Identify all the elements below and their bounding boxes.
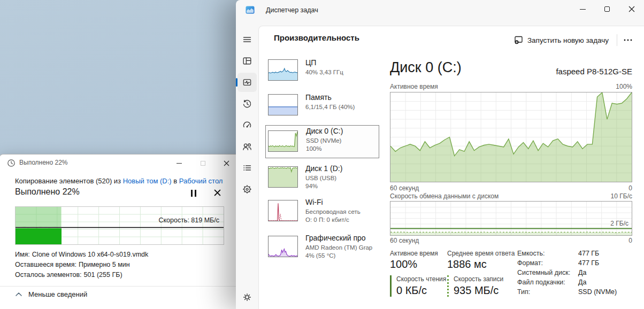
rail-item-startup-apps[interactable]	[237, 115, 257, 135]
file-name-label: Имя:	[15, 251, 30, 258]
close-icon	[214, 189, 221, 196]
dialog-titlebar[interactable]: Выполнено 22%	[0, 154, 240, 171]
chart1-x-axis: 60 секунд 0	[390, 184, 632, 192]
copy-description-middle: в	[172, 177, 179, 185]
speed-label: Скорость: 819 МБ/с	[158, 217, 219, 224]
perf-item-memory[interactable]: Память 6,1/15,4 ГБ (40%)	[265, 94, 379, 118]
startup-apps-icon	[242, 120, 252, 130]
read-speed-value: 0 КБ/с	[396, 284, 446, 297]
perf-item-sub2: 4% (55 °C)	[305, 252, 335, 259]
window-title: Диспетчер задач	[266, 6, 318, 14]
cpu-mini-chart	[268, 59, 298, 81]
device-name: faspeed P8-512G-SE	[556, 67, 632, 76]
perf-item-gpu[interactable]: Графический про AMD Radeon (TM) Grap 4% …	[265, 234, 379, 263]
perf-item-sub: 6,1/15,4 ГБ (40%)	[305, 104, 355, 110]
close-button[interactable]	[619, 0, 644, 18]
read-speed-stat: Скорость чтения 0 КБ/с	[390, 275, 446, 297]
transfer-rate-chart: 2 ГБ/с	[390, 201, 632, 236]
copy-description-prefix: Копирование элементов (520) из	[15, 177, 123, 185]
panel-title: Диск 0 (C:)	[390, 59, 462, 76]
disk1-mini-chart	[268, 166, 298, 188]
chart2-max-label: 10 ГБ/с	[611, 192, 632, 200]
disk-detail-panel: Диск 0 (C:) faspeed P8-512G-SE Активное …	[390, 26, 632, 309]
chart2-x-axis: 60 секунд 0	[390, 237, 632, 244]
less-details-label: Меньше сведений	[28, 290, 87, 298]
write-speed-stat: Скорость записи 935 МБ/с	[447, 275, 503, 297]
x-axis-left: 60 секунд	[390, 237, 419, 244]
destination-link[interactable]: Рабочий стол	[179, 177, 223, 185]
content-card: Производительность Запустить новую задач…	[258, 26, 644, 309]
perf-item-disk0-selected[interactable]: Диск 0 (C:) SSD (NVMe) 100%	[265, 125, 379, 158]
progress-completed-fill	[16, 228, 62, 245]
perf-item-wifi[interactable]: Wi-Fi Беспроводная сеть О: 0 П: 0 кбит/с	[265, 198, 379, 227]
wifi-mini-chart	[268, 200, 298, 221]
details-icon	[242, 163, 252, 173]
rail-item-performance[interactable]	[237, 73, 257, 92]
detail-value: 477 ГБ	[578, 250, 599, 257]
items-left-value: 501 (255 ГБ)	[84, 271, 122, 279]
screen: Выполнено 22% Копирование элементов (520…	[0, 0, 644, 309]
rail-item-app-history[interactable]	[237, 94, 257, 113]
pause-icon	[195, 190, 196, 197]
response-time-stat-label: Среднее время ответа	[447, 250, 515, 257]
detail-value: SSD (NVMe)	[578, 288, 617, 296]
detail-label: Формат:	[517, 259, 543, 267]
pause-button[interactable]	[191, 190, 196, 197]
cancel-copy-button[interactable]	[214, 189, 223, 197]
scale-label: 2 ГБ/с	[610, 220, 628, 227]
close-icon	[628, 6, 635, 12]
chart1-label: Активное время	[390, 83, 438, 90]
perf-item-sub: 40% 3,43 ГГц	[305, 69, 343, 75]
detail-label: Тип:	[517, 288, 530, 296]
processes-icon	[242, 56, 252, 66]
selected-indicator	[236, 78, 237, 87]
rail-item-details[interactable]	[237, 158, 257, 177]
less-details-toggle[interactable]: Меньше сведений	[16, 290, 87, 298]
perf-item-cpu[interactable]: ЦП 40% 3,43 ГГц	[265, 59, 379, 83]
active-time-stat-label: Активное время	[390, 250, 438, 257]
file-name-value: Clone of Windows 10 x64-0-s019.vmdk	[32, 251, 148, 258]
maximize-button[interactable]	[595, 0, 619, 18]
app-history-icon	[242, 98, 252, 109]
write-speed-value: 935 МБ/с	[454, 284, 503, 297]
write-speed-label: Скорость записи	[454, 275, 503, 283]
rail-item-settings[interactable]	[237, 288, 257, 307]
read-speed-label: Скорость чтения	[396, 275, 446, 283]
source-link[interactable]: Новый том (D:)	[123, 177, 172, 185]
disk0-mini-chart	[268, 130, 298, 152]
perf-item-sub2: 94%	[305, 183, 318, 189]
x-axis-right: 0	[628, 237, 632, 244]
perf-item-sub: USB (USB)	[305, 175, 336, 181]
copy-speed-chart: Скорость: 819 МБ/с	[15, 206, 224, 245]
perf-item-sub2: 100%	[306, 145, 321, 152]
memory-mini-chart	[268, 94, 298, 115]
rail-item-services[interactable]	[237, 180, 257, 199]
rail-item-users[interactable]	[237, 137, 257, 156]
detail-value: Да	[578, 279, 586, 286]
perf-item-disk1[interactable]: Диск 1 (D:) USB (USB) 94%	[265, 165, 379, 194]
minimize-button[interactable]	[570, 0, 595, 18]
page-title: Производительность	[274, 33, 359, 42]
perf-item-title: Wi-Fi	[305, 198, 323, 206]
performance-icon	[242, 77, 252, 88]
copy-progress-icon	[7, 159, 16, 167]
dialog-close-button[interactable]	[214, 156, 238, 170]
detail-label: Файл подкачки:	[517, 279, 565, 286]
detail-value: Да	[578, 269, 586, 276]
time-left-row: Оставшееся время:Примерно 5 мин	[15, 261, 130, 268]
chart1-max-label: 100%	[616, 83, 632, 90]
rail-item-processes[interactable]	[237, 51, 257, 71]
response-time-stat-value: 1886 мс	[447, 258, 487, 271]
users-icon	[242, 141, 252, 152]
x-axis-left: 60 секунд	[390, 184, 419, 192]
chart1-header: Активное время 100%	[390, 83, 632, 90]
chart2-header: Скорость обмена данными с диском 10 ГБ/с	[390, 192, 632, 200]
navigation-rail	[236, 26, 258, 309]
dialog-minimize-button[interactable]	[167, 156, 191, 170]
settings-icon	[242, 292, 252, 303]
rail-item-menu[interactable]	[237, 30, 257, 49]
chart2-label: Скорость обмена данными с диском	[390, 192, 499, 200]
dialog-divider	[0, 286, 240, 287]
maximize-icon	[604, 6, 610, 12]
time-left-label: Оставшееся время:	[15, 261, 76, 268]
